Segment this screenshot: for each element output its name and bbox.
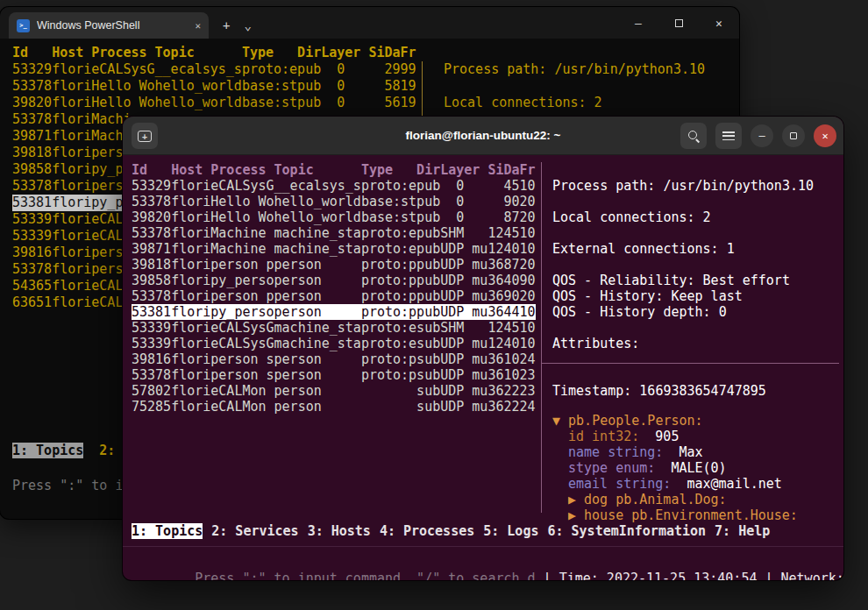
tree-node[interactable]: ▶ dog pb.Animal.Dog:	[552, 492, 798, 507]
terminal-content: Id Host Process Topic Type DirLayer SiDa…	[123, 155, 843, 580]
detail-line	[552, 367, 814, 383]
tab-hosts[interactable]: 3: Hosts	[308, 523, 371, 539]
topic-table-header: Id Host Process Topic Type DirLayer SiDa…	[132, 162, 536, 178]
detail-line: Timestamp: 1669383654747895	[552, 383, 814, 399]
process-path-text: Process path: /usr/bin/python3.10	[444, 61, 705, 77]
maximize-button[interactable]	[782, 124, 805, 147]
detail-line: Process path: /usr/bin/python3.10	[552, 178, 814, 194]
powershell-window-controls: – ✕	[618, 7, 739, 39]
table-row[interactable]: 53378floriMachine machine_staproto:epubS…	[132, 225, 536, 241]
new-tab-button[interactable]: +	[223, 19, 230, 32]
headerbar-actions: – ✕	[680, 123, 836, 149]
details-panel: Process path: /usr/bin/python3.10Local c…	[552, 178, 814, 415]
terminal-window: + florian@florian-ubuntu22: ~ – ✕ Id Hos…	[123, 117, 843, 580]
detail-line: QOS - History depth: 0	[552, 304, 814, 320]
minimize-button[interactable]: –	[618, 7, 658, 39]
maximize-icon	[790, 132, 797, 139]
detail-line	[552, 320, 814, 336]
expand-arrow-icon[interactable]: ▶	[568, 507, 584, 523]
terminal-headerbar[interactable]: + florian@florian-ubuntu22: ~ – ✕	[123, 117, 843, 155]
status-separator	[123, 546, 843, 547]
table-row[interactable]: 39871floriMachine machine_staproto:epubU…	[132, 241, 536, 257]
table-row[interactable]: 53378floriHello Wohello_worldbase:stpub …	[12, 78, 416, 95]
detail-line: QOS - Reliability: Best effort	[552, 273, 814, 288]
tree-node: stype enum: MALE(0)	[552, 460, 798, 476]
table-row[interactable]: 39816floriperson sperson proto:psubUDP m…	[132, 351, 536, 367]
field-label: id int32:	[568, 429, 639, 444]
table-row[interactable]: 53378floriperson pperson proto:ppubUDP m…	[132, 288, 536, 304]
tab-close-icon[interactable]: ✕	[195, 21, 201, 31]
table-row[interactable]: 53329florieCALSysG__ecalsys_sproto:epub …	[12, 61, 416, 78]
close-button[interactable]: ✕	[699, 7, 739, 39]
collapse-arrow-icon[interactable]: ▼	[552, 413, 568, 429]
expand-arrow-icon[interactable]: ▶	[568, 492, 584, 507]
detail-line	[552, 351, 814, 367]
detail-line	[552, 257, 814, 273]
table-row[interactable]: 53339florieCALSysGmachine_staproto:esubS…	[132, 320, 536, 336]
powershell-tab[interactable]: >_ Windows PowerShell ✕	[9, 12, 209, 39]
tree-node: email string: max@mail.net	[552, 476, 798, 492]
tab-help[interactable]: 7: Help	[715, 523, 770, 539]
detail-line: Attributes:	[552, 336, 814, 351]
tab-processes[interactable]: 4: Processes	[380, 523, 474, 539]
tab-topics[interactable]: 1: Topics	[12, 443, 83, 458]
powershell-tab-title: Windows PowerShell	[37, 19, 188, 32]
tree-node-name: house pb.Environment.House:	[584, 507, 798, 523]
table-row[interactable]: 53378floriperson sperson proto:psubUDP m…	[132, 367, 536, 383]
tab-systeminformation[interactable]: 6: SystemInformation	[547, 523, 706, 539]
detail-line	[552, 225, 814, 241]
tree-node-name: dog pb.Animal.Dog:	[584, 492, 727, 507]
tab-dropdown-icon[interactable]: ⌄	[244, 19, 251, 32]
tab-topics[interactable]: 1: Topics	[132, 523, 203, 539]
tree-node[interactable]: ▶ house pb.Environment.House:	[552, 507, 798, 523]
status-time-network: | Time: 2022-11-25 13:40:54 | Network: c…	[544, 571, 843, 580]
tui-tab-bar: 1: Topics2: Services3: Hosts4: Processes…	[132, 523, 770, 539]
field-label: name string:	[568, 444, 663, 460]
detail-line: QOS - History: Keep last	[552, 288, 814, 304]
tree-node: name string: Max	[552, 444, 798, 460]
powershell-icon: >_	[17, 19, 30, 32]
topic-table: 53329florieCALSysG__ecalsys_sproto:epub …	[132, 178, 536, 415]
message-tree: ▼ pb.People.Person:id int32: 905name str…	[552, 413, 798, 523]
minimize-button[interactable]: –	[751, 124, 773, 147]
topic-table-header: Id Host Process Topic Type DirLayer SiDa…	[12, 45, 416, 60]
table-row[interactable]: 57802florieCALMon person subUDP mu362223	[132, 383, 536, 399]
maximize-button[interactable]	[658, 7, 699, 39]
tui-tab-bar: 1: Topics 2:	[12, 443, 115, 458]
table-row[interactable]: 53378floriHello Wohello_worldbase:stpub …	[132, 194, 536, 209]
hamburger-icon	[722, 131, 735, 140]
table-row[interactable]: 53339florieCALSysGmachine_staproto:esubU…	[132, 336, 536, 351]
detail-line: External connections: 1	[552, 241, 814, 257]
tree-node-name: pb.People.Person:	[568, 413, 703, 429]
status-hint: Press ":" to i	[12, 478, 123, 493]
table-row[interactable]: 39818floriperson pperson proto:ppubUDP m…	[132, 257, 536, 273]
field-label: stype enum:	[568, 460, 655, 476]
field-value: max@mail.net	[671, 476, 781, 492]
tab-services-partial[interactable]: 2:	[99, 443, 115, 458]
search-button[interactable]	[680, 123, 707, 149]
table-row[interactable]: 53329florieCALSysG__ecalsys_sproto:epub …	[132, 178, 536, 194]
table-row[interactable]: 39820floriHello Wohello_worldbase:stpub …	[132, 209, 536, 225]
field-value: Max	[663, 444, 702, 460]
table-row[interactable]: 75285florieCALMon person subUDP mu362224	[132, 399, 536, 415]
search-icon	[687, 130, 701, 143]
powershell-titlebar[interactable]: >_ Windows PowerShell ✕ + ⌄ – ✕	[0, 7, 739, 39]
tree-node[interactable]: ▼ pb.People.Person:	[552, 413, 798, 429]
tab-services[interactable]: 2: Services	[211, 523, 298, 539]
table-row[interactable]: 39858floripy_persoperson proto:ppubUDP m…	[132, 273, 536, 288]
menu-button[interactable]	[715, 123, 742, 149]
tab-logs[interactable]: 5: Logs	[483, 523, 538, 539]
table-row[interactable]: 39820floriHello Wohello_worldbase:stpub …	[12, 95, 416, 111]
tree-node: id int32: 905	[552, 429, 798, 444]
close-button[interactable]: ✕	[814, 124, 836, 147]
table-row[interactable]: 53381floripy_persoperson proto:ppubUDP m…	[132, 304, 536, 320]
maximize-icon	[675, 19, 683, 27]
local-connections-text: Local connections: 2	[444, 95, 602, 110]
field-value: MALE(0)	[655, 460, 726, 476]
status-bar: Press ":" to input command, "/" to searc…	[132, 555, 843, 580]
field-value: 905	[639, 429, 679, 444]
detail-line: Local connections: 2	[552, 209, 814, 225]
panel-separator	[541, 162, 542, 513]
field-label: email string:	[568, 476, 671, 492]
detail-line	[552, 194, 814, 209]
